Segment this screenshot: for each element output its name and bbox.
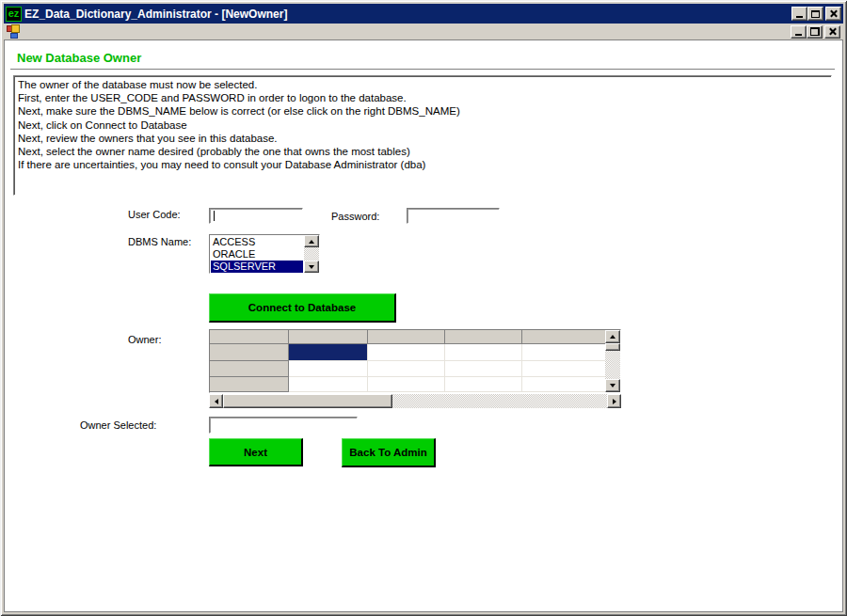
instructions-box: The owner of the database must now be se… — [13, 75, 832, 196]
owner-selected-input[interactable] — [211, 419, 356, 432]
owner-selected-field-box — [209, 417, 358, 434]
instruction-line: Next, select the owner name desired (pro… — [18, 145, 827, 158]
instruction-line: Next, click on Connect to Database — [18, 118, 827, 132]
arrow-down-icon — [610, 384, 615, 387]
dbms-name-label: DBMS Name: — [128, 236, 191, 247]
form-icon-blue-square — [10, 33, 18, 39]
text-caret — [214, 211, 215, 221]
title-bar: ez EZ_Data_Dictionary_Administrator - [N… — [4, 4, 843, 24]
grid-cell[interactable] — [445, 344, 522, 361]
grid-header-row — [210, 330, 620, 344]
dbms-option-oracle[interactable]: ORACLE — [211, 248, 303, 261]
dbms-options: ACCESS ORACLE SQLSERVER — [211, 236, 303, 272]
scroll-track[interactable] — [392, 394, 607, 408]
instruction-line: If there are uncertainties, you may need… — [18, 158, 827, 171]
user-code-input[interactable] — [211, 210, 301, 222]
owner-selected-label: Owner Selected: — [80, 419, 156, 431]
scroll-down-button[interactable] — [605, 379, 620, 392]
close-icon — [829, 9, 838, 18]
scroll-thumb[interactable] — [223, 394, 392, 408]
grid-header-cell[interactable] — [289, 330, 368, 344]
user-code-field-box — [209, 208, 303, 224]
child-minimize-icon — [795, 34, 802, 36]
grid-corner-cell — [210, 330, 289, 344]
child-close-icon — [828, 27, 837, 36]
maximize-icon — [811, 10, 820, 18]
form-icon-yellow-square — [11, 24, 20, 33]
arrow-up-icon — [610, 335, 615, 339]
scroll-track[interactable] — [605, 351, 620, 379]
user-code-label: User Code: — [128, 209, 181, 220]
grid-cell[interactable] — [289, 344, 368, 361]
password-field-box — [407, 208, 500, 224]
child-restore-button[interactable] — [807, 25, 823, 39]
arrow-down-icon — [309, 265, 314, 269]
password-label: Password: — [331, 211, 379, 222]
menu-bar — [4, 24, 843, 39]
dbms-option-access[interactable]: ACCESS — [211, 236, 303, 248]
grid-row — [210, 377, 620, 392]
arrow-up-icon — [309, 240, 314, 244]
instruction-line: Next, review the owners that you see in … — [18, 132, 827, 145]
grid-row-header[interactable] — [210, 361, 289, 377]
arrow-right-icon — [613, 399, 616, 404]
owner-grid — [209, 329, 621, 393]
maximize-button[interactable] — [807, 7, 823, 21]
dbms-scrollbar[interactable] — [304, 235, 319, 273]
close-button[interactable] — [825, 7, 841, 21]
scroll-up-button[interactable] — [605, 330, 620, 343]
grid-cell[interactable] — [368, 344, 445, 361]
grid-horizontal-scrollbar[interactable] — [209, 394, 621, 408]
grid-cell[interactable] — [368, 361, 445, 377]
page-title: New Database Owner — [17, 51, 141, 65]
divider — [10, 69, 835, 71]
grid-cell[interactable] — [445, 377, 522, 392]
child-minimize-button[interactable] — [791, 25, 807, 39]
scroll-thumb[interactable] — [605, 343, 620, 351]
scroll-track[interactable] — [304, 247, 319, 261]
dbms-listbox: ACCESS ORACLE SQLSERVER — [209, 234, 320, 274]
new-owner-form: New Database Owner The owner of the data… — [4, 39, 843, 612]
arrow-left-icon — [215, 399, 218, 404]
grid-vertical-scrollbar[interactable] — [605, 330, 620, 392]
grid-header-cell[interactable] — [368, 330, 445, 344]
window-title: EZ_Data_Dictionary_Administrator - [NewO… — [24, 8, 791, 21]
dbms-option-sqlserver[interactable]: SQLSERVER — [211, 261, 303, 273]
child-close-button[interactable] — [824, 25, 840, 39]
child-form-icon[interactable] — [7, 24, 22, 39]
owner-label: Owner: — [128, 334, 161, 345]
scroll-down-button[interactable] — [304, 261, 319, 273]
back-to-admin-button[interactable]: Back To Admin — [342, 438, 436, 467]
scroll-right-button[interactable] — [607, 394, 621, 408]
grid-cell[interactable] — [289, 377, 368, 392]
grid-header-cell[interactable] — [445, 330, 522, 344]
window-controls — [791, 7, 841, 21]
minimize-icon — [796, 16, 803, 18]
app-window: ez EZ_Data_Dictionary_Administrator - [N… — [0, 0, 847, 616]
grid-cell[interactable] — [289, 361, 368, 377]
scroll-up-button[interactable] — [304, 235, 319, 247]
scroll-left-button[interactable] — [209, 394, 223, 408]
grid-row — [210, 361, 620, 377]
grid-row — [210, 344, 620, 361]
grid-cell[interactable] — [368, 377, 445, 392]
instruction-line: The owner of the database must now be se… — [18, 78, 827, 91]
connect-to-database-button[interactable]: Connect to Database — [209, 293, 396, 323]
instruction-line: Next, make sure the DBMS_NAME below is c… — [18, 104, 827, 118]
password-input[interactable] — [408, 210, 498, 222]
next-button[interactable]: Next — [209, 438, 303, 466]
grid-row-header[interactable] — [210, 344, 289, 361]
grid-row-header[interactable] — [210, 377, 289, 392]
child-window-controls — [791, 25, 840, 39]
minimize-button[interactable] — [791, 7, 807, 21]
grid-cell[interactable] — [445, 361, 522, 377]
instruction-line: First, enter the USER_CODE and PASSWORD … — [18, 91, 827, 104]
app-logo-icon: ez — [6, 7, 22, 22]
child-restore-icon — [810, 27, 820, 36]
